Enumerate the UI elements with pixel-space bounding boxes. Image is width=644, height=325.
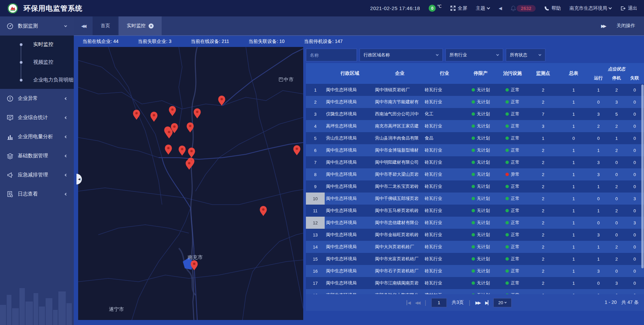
map-marker-pin-icon[interactable] — [169, 106, 176, 116]
table-row[interactable]: 10阆中生态环境局阆中千佛镇五郎垭页岩砖瓦行业无计划正常21003 — [306, 193, 644, 205]
cell-industry: 砖瓦行业 — [425, 168, 464, 180]
map-marker-pin-icon[interactable] — [179, 146, 186, 156]
table-row[interactable]: 9阆中生态环境局阆中市二龙长宝页岩砖砖瓦行业无计划正常21120 — [306, 180, 644, 193]
map-panel[interactable]: 巴中市南充市遂宁市 ◀ — [78, 47, 303, 320]
cell-running: 0 — [589, 217, 608, 229]
table-row[interactable]: 16阆中生态环境局阆中市石子页岩机砖厂砖瓦行业无计划正常21300 — [306, 265, 644, 277]
monitor-stats-icon — [7, 114, 13, 121]
table-row[interactable]: 14阆中生态环境局阆中大兴页岩机砖厂砖瓦行业无计划正常21120 — [306, 241, 644, 253]
status-dot-icon — [505, 100, 509, 104]
chevron-icon — [64, 24, 67, 27]
main-layout: 数据监测实时监控视频监控企业电力负荷明细企业异常企业综合统计企业用电量分析基础数… — [0, 16, 644, 325]
cell-monitor-points: 2 — [528, 168, 558, 180]
status-dot-icon — [505, 161, 509, 164]
table-row[interactable]: 7阆中生态环境局阆中明阳建材有限公司砖瓦行业无计划正常21300 — [306, 156, 644, 168]
cell-stop-status: 无计划 — [464, 180, 497, 193]
status-dot-icon — [472, 209, 475, 212]
log-file-icon — [7, 191, 13, 198]
cell-company: 阆中市二龙长宝页岩砖 — [375, 180, 425, 193]
sidebar-group-4[interactable]: 基础数据管理 — [0, 146, 74, 165]
cell-stopped: 2 — [608, 253, 625, 265]
map-marker-pin-icon[interactable] — [194, 108, 201, 118]
cell-total-meters: 0 — [558, 289, 589, 294]
last-page-icon[interactable]: ▶ — [485, 300, 488, 305]
map-marker-pin-icon[interactable] — [165, 145, 172, 155]
sidebar-group-label: 数据监测 — [18, 23, 38, 29]
tab-label: 实时监控 — [127, 23, 146, 29]
tab-1[interactable]: 实时监控× — [119, 16, 162, 35]
sidebar-group-1[interactable]: 企业异常 — [0, 89, 74, 108]
table-row[interactable]: 8阆中生态环境局阆中市枣碧大梁山页岩砖瓦行业无计划异常21300 — [306, 168, 644, 180]
pagination-divider: | — [425, 299, 426, 306]
close-operations-button[interactable]: 关闭操作 — [616, 23, 635, 29]
sidebar-item-1[interactable]: 视频监控 — [0, 53, 74, 71]
map-markers — [133, 96, 301, 270]
notifications[interactable]: 2632 — [511, 5, 536, 12]
page-number-input[interactable] — [431, 298, 447, 307]
map-marker-pin-icon[interactable] — [133, 110, 140, 120]
temperature-value: 0 — [429, 5, 436, 12]
table-row[interactable]: 6阆中生态环境局阆中市金博瑞新型墙材砖瓦行业无计划正常21120 — [306, 144, 644, 156]
org-dropdown[interactable]: 南充市生态环境局 — [570, 5, 612, 11]
prev-page-icon[interactable]: ◀◀ — [415, 300, 420, 305]
map-marker-pin-icon[interactable] — [166, 128, 173, 139]
industry-filter-select[interactable]: 所有行业 — [445, 49, 503, 61]
cell-total-meters: 1 — [558, 217, 589, 229]
region-filter-select[interactable]: 行政区域名称 — [360, 49, 443, 61]
chevron-icon — [65, 154, 67, 157]
table-row[interactable]: 11阆中生态环境局阆中市五马桥页岩机砖砖瓦行业无计划正常21120 — [306, 205, 644, 217]
map-marker-pin-icon[interactable] — [151, 112, 158, 122]
exit-button[interactable]: 退出 — [621, 5, 637, 11]
tabs-scroll-left-icon[interactable]: ◀◀ — [74, 16, 93, 35]
table-row[interactable]: 5营山生态环境局营山县润丰肉食品有限食品无计划正常10010 — [306, 132, 644, 144]
table-row[interactable]: 1阆中生态环境局阆中强锐页岩砖厂砖瓦行业无计划正常21120 — [306, 84, 644, 96]
theme-dropdown[interactable]: 主题 — [476, 5, 490, 11]
status-filter-select[interactable]: 所有状态 — [506, 49, 545, 61]
stat-1: 当前失联企业: 3 — [138, 39, 171, 45]
table-row[interactable]: 17阆中生态环境局阆中市江南镇阆南页岩砖瓦行业无计划正常21030 — [306, 277, 644, 289]
cell-company: 阆中市金福旺页岩机砖 — [375, 229, 425, 241]
sidebar-item-2[interactable]: 企业电力负荷明细 — [0, 71, 74, 89]
cell-monitor-points: 3 — [528, 120, 558, 132]
cell-stop-status: 无计划 — [464, 217, 497, 229]
cell-monitor-points: 6 — [528, 289, 558, 294]
name-filter-field[interactable] — [306, 49, 357, 61]
cell-monitor-points: 1 — [528, 132, 558, 144]
cell-stopped: 0 — [608, 156, 625, 168]
sidebar-group-label: 企业异常 — [18, 95, 38, 102]
cell-monitor-points: 7 — [528, 108, 558, 120]
sidebar-item-0[interactable]: 实时监控 — [0, 36, 74, 53]
speaker-mute-icon[interactable]: ◀ — [499, 6, 502, 11]
tabs-scroll-right-icon[interactable]: ▶▶ — [601, 23, 605, 29]
sidebar-group-6[interactable]: 日志查看 — [0, 184, 74, 204]
help-button[interactable]: 帮助 — [544, 5, 561, 11]
table-row[interactable]: 15阆中生态环境局阆中市光富页岩机砖厂砖瓦行业无计划正常21120 — [306, 253, 644, 265]
name-filter-input[interactable] — [310, 53, 353, 58]
table-row[interactable]: 12阆中生态环境局阆中市忠信建材有限公砖瓦行业无计划正常21003 — [306, 217, 644, 229]
tab-0[interactable]: 首页 — [93, 16, 118, 35]
table-scrollbar[interactable] — [641, 85, 644, 293]
first-page-icon[interactable]: ◀ — [407, 300, 410, 305]
cell-index: 6 — [306, 144, 325, 156]
page-size-select[interactable]: 20 — [493, 298, 512, 307]
datetime-label: 2021-02-25 17:46:18 — [370, 5, 420, 11]
map-canvas[interactable]: 巴中市南充市遂宁市 — [78, 47, 303, 320]
table-row[interactable]: 3仪陇生态环境局西南油气田分公司川中化工无计划正常71350 — [306, 108, 644, 120]
close-icon[interactable]: × — [149, 23, 154, 29]
data-panel: 行政区域名称 所有行业 所有状态 行政区域企业行业停限产治污设施监测点总表点位状… — [306, 47, 644, 320]
next-page-icon[interactable]: ▶▶ — [475, 300, 480, 305]
status-dot-icon — [505, 185, 509, 188]
table-row[interactable]: 18南部生态环境局南部县驰华土陶有限公建材加工无计划正常60060 — [306, 289, 644, 294]
table-row[interactable]: 13阆中生态环境局阆中市金福旺页岩机砖砖瓦行业无计划正常21300 — [306, 229, 644, 241]
table-row[interactable]: 4高坪生态环境局南充市高坪区王家店建砖瓦行业无计划正常31220 — [306, 120, 644, 132]
sidebar-group-0[interactable]: 数据监测 — [0, 16, 74, 36]
sidebar-group-2[interactable]: 企业综合统计 — [0, 108, 74, 127]
table-row[interactable]: 2阆中生态环境局阆中市南方节能建材有砖瓦行业无计划正常21030 — [306, 96, 644, 108]
status-dot-icon — [505, 149, 509, 152]
map-marker-pin-icon[interactable] — [188, 148, 195, 158]
sidebar-group-3[interactable]: 企业用电量分析 — [0, 127, 74, 146]
sidebar-group-5[interactable]: 应急减排管理 — [0, 165, 74, 184]
map-marker-pin-icon[interactable] — [293, 145, 301, 155]
fullscreen-button[interactable]: 全屏 — [450, 5, 467, 11]
map-marker-pin-icon[interactable] — [260, 206, 267, 216]
